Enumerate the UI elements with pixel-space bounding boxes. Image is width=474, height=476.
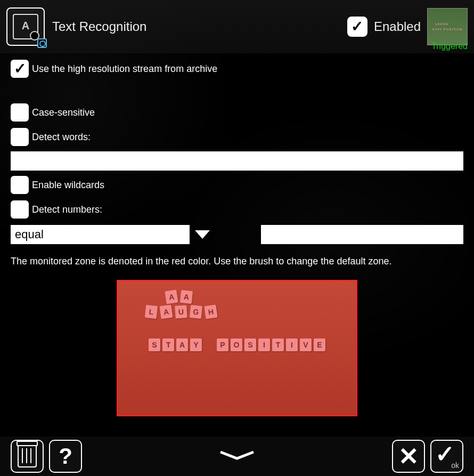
delete-button[interactable] — [11, 440, 44, 473]
case-sensitive-label: Case-sensitive — [32, 107, 95, 118]
tile: T — [272, 338, 284, 351]
enable-wildcards-label: Enable wildcards — [32, 180, 104, 191]
chevron-down-icon — [194, 229, 211, 240]
cancel-button[interactable]: ✕ — [392, 440, 425, 473]
content-area: Use the high resolution stream from arch… — [0, 53, 474, 422]
footer-center — [82, 450, 392, 463]
tile: I — [286, 338, 298, 351]
header-left: Text Recognition — [6, 7, 347, 46]
preview-row-1: A A — [166, 291, 192, 303]
header-right: Enabled LAUGH STAY POSITIVE — [347, 8, 468, 45]
tile: L — [145, 305, 158, 319]
high-res-checkbox[interactable] — [11, 60, 29, 78]
preview-word-positive: P O S I T I V E — [217, 338, 325, 351]
tile: P — [217, 338, 228, 351]
detect-words-row: Detect words: — [11, 127, 463, 147]
preview-row-3: S T A Y P O S I T I V E — [149, 338, 325, 351]
tile: A — [159, 305, 173, 319]
chevron-down-wide-icon — [218, 450, 256, 461]
detect-words-input[interactable] — [11, 151, 463, 171]
tile: T — [162, 338, 174, 351]
tile: E — [314, 338, 325, 351]
preview-word-stay: S T A Y — [149, 338, 202, 351]
preview-thumbnail[interactable]: LAUGH STAY POSITIVE — [427, 8, 468, 45]
tile: H — [204, 305, 217, 319]
detect-numbers-checkbox[interactable] — [11, 200, 29, 219]
close-icon: ✕ — [398, 444, 419, 469]
tile: O — [231, 338, 242, 351]
number-compare-row: equal — [11, 225, 463, 244]
page-title: Text Recognition — [52, 19, 146, 34]
number-value-input[interactable] — [261, 225, 463, 244]
ok-label: ok — [451, 461, 459, 470]
tile: A — [180, 290, 193, 304]
tile: A — [176, 338, 188, 351]
question-icon: ? — [59, 443, 72, 469]
tile: U — [175, 305, 187, 318]
triggered-status: Triggered — [431, 42, 468, 51]
trash-icon — [18, 445, 37, 467]
footer-bar: ? ✕ ok — [0, 437, 474, 476]
tile: S — [244, 338, 256, 351]
tile: Y — [190, 338, 202, 351]
text-recognition-icon — [6, 7, 45, 46]
expand-toggle[interactable] — [218, 450, 256, 463]
enable-wildcards-row: Enable wildcards — [11, 175, 463, 195]
enabled-label: Enabled — [374, 19, 421, 34]
ok-button[interactable]: ok — [430, 440, 463, 473]
tile: A — [165, 290, 178, 304]
footer-left: ? — [11, 440, 82, 473]
comparator-dropdown-arrow[interactable] — [190, 225, 261, 244]
preview-row-2: L A U G H — [145, 305, 217, 318]
header-bar: Text Recognition Enabled LAUGH STAY POSI… — [0, 0, 474, 53]
tile: I — [258, 338, 270, 351]
detect-numbers-row: Detect numbers: — [11, 199, 463, 220]
tile: V — [300, 338, 312, 351]
enable-wildcards-checkbox[interactable] — [11, 176, 29, 194]
high-res-label: Use the high resolution stream from arch… — [32, 63, 217, 75]
case-sensitive-checkbox[interactable] — [11, 103, 29, 122]
detect-numbers-label: Detect numbers: — [32, 204, 102, 215]
tile: S — [149, 338, 160, 351]
comparator-value: equal — [15, 228, 44, 241]
zone-preview-canvas[interactable]: A A L A U G H S T A Y P O S I T I V — [117, 280, 357, 416]
enabled-checkbox[interactable] — [347, 17, 367, 37]
svg-marker-0 — [195, 230, 210, 239]
detect-words-label: Detect words: — [32, 132, 91, 143]
detect-words-checkbox[interactable] — [11, 128, 29, 146]
tile: G — [190, 305, 202, 319]
footer-right: ✕ ok — [392, 440, 463, 473]
comparator-select[interactable]: equal — [11, 225, 190, 244]
help-button[interactable]: ? — [49, 440, 82, 473]
high-res-row: Use the high resolution stream from arch… — [11, 59, 463, 79]
case-sensitive-row: Case-sensitive — [11, 102, 463, 123]
zone-hint-text: The monitored zone is denoted in the red… — [11, 256, 463, 267]
